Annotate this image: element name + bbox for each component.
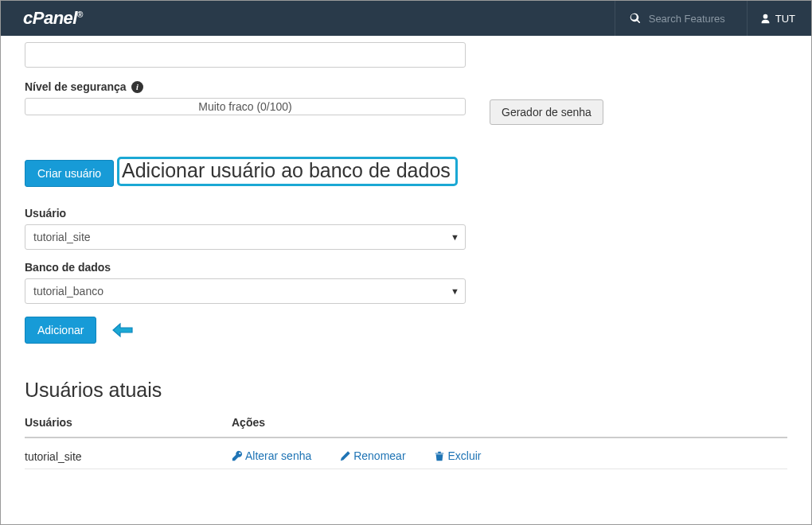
user-icon <box>760 14 771 24</box>
key-icon <box>232 450 243 461</box>
svg-rect-4 <box>441 455 442 459</box>
current-users-table: Usuários Ações tutorial_site Alterar sen… <box>25 410 787 469</box>
create-user-button[interactable]: Criar usuário <box>25 160 114 187</box>
add-button[interactable]: Adicionar <box>25 317 96 344</box>
add-user-to-db-heading: Adicionar usuário ao banco de dados <box>117 157 458 186</box>
current-users-heading: Usuários atuais <box>25 379 787 402</box>
password-generator-button[interactable]: Gerador de senha <box>490 99 603 125</box>
arrow-left-icon <box>112 321 135 339</box>
database-select[interactable]: tutorial_banco <box>25 278 466 304</box>
user-select[interactable]: tutorial_site <box>25 224 466 250</box>
password-strength-meter: Muito fraco (0/100) <box>25 98 466 115</box>
user-menu[interactable]: TUT <box>747 1 795 36</box>
svg-rect-3 <box>439 455 440 459</box>
change-password-link[interactable]: Alterar senha <box>232 449 311 462</box>
col-header-users: Usuários <box>25 410 232 438</box>
top-navbar: cPanel® TUT <box>1 1 811 36</box>
search-icon <box>630 13 641 24</box>
password-input[interactable] <box>25 42 466 68</box>
delete-link[interactable]: Excluir <box>434 449 481 462</box>
pencil-icon <box>340 450 351 461</box>
rename-link[interactable]: Renomear <box>340 449 405 462</box>
database-field-label: Banco de dados <box>25 261 787 274</box>
svg-text:i: i <box>136 83 139 91</box>
user-label: TUT <box>775 13 795 25</box>
trash-icon <box>434 450 445 461</box>
search-input[interactable] <box>649 13 732 25</box>
cpanel-logo: cPanel® <box>23 8 83 29</box>
col-header-actions: Ações <box>232 410 787 438</box>
search-area <box>615 1 747 36</box>
security-level-label: Nível de segurança i <box>25 80 787 93</box>
info-icon[interactable]: i <box>131 81 143 93</box>
table-row: tutorial_site Alterar senha Renomear Exc… <box>25 438 787 469</box>
username-cell: tutorial_site <box>25 438 232 469</box>
user-field-label: Usuário <box>25 207 787 220</box>
svg-rect-2 <box>438 455 439 459</box>
